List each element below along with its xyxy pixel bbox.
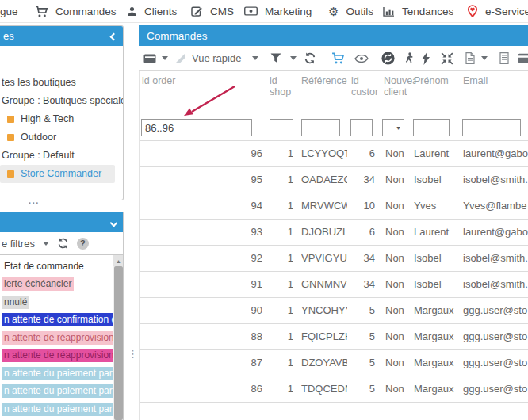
id-shop-filter-input[interactable] [270, 119, 293, 136]
sync-button[interactable] [381, 46, 395, 71]
display-mode-caret[interactable] [162, 46, 168, 71]
cell-id-shop: 1 [264, 272, 293, 297]
cart-button[interactable] [331, 46, 345, 71]
compress-button[interactable] [441, 46, 453, 71]
reference-filter-input[interactable] [301, 119, 340, 136]
pdf-export-button[interactable] [465, 46, 475, 71]
collapse-down-icon[interactable] [111, 216, 117, 228]
filter-item[interactable]: n attente du paiement par c [0, 365, 113, 383]
table-row[interactable]: 941MRVWCW10NonYvesYves@flambe [140, 193, 528, 220]
id-order-filter-input[interactable] [141, 119, 252, 136]
cell-email: isobel@smith. [463, 246, 528, 271]
filter-item[interactable]: n attente du paiement par v [0, 400, 113, 418]
nouveau-client-filter-select[interactable]: ▼ [382, 119, 404, 136]
table-row[interactable]: 911GNNMNVI34NonIsobelisobel@smith. [140, 272, 528, 298]
invoice-button[interactable] [499, 46, 509, 71]
table-row[interactable]: 921VPVIGYUL34NonIsobelisobel@smith. [140, 246, 528, 272]
chevron-down-icon[interactable] [43, 242, 49, 246]
col-header-nouveau-client[interactable]: Nouveau client [384, 75, 415, 97]
collapse-left-icon[interactable] [111, 30, 117, 42]
cell-id-shop: 1 [264, 141, 293, 166]
cell-nouveau-client: Non [385, 272, 417, 297]
cell-id-order: 86 [140, 376, 262, 402]
col-header-reference[interactable]: Référence [301, 75, 357, 86]
cell-nouveau-client: Non [385, 246, 417, 271]
tree-item-outdoor[interactable]: Outdoor [0, 128, 123, 147]
nav-item-marketing[interactable]: Marketing [244, 0, 312, 22]
cell-id-order: 94 [140, 193, 262, 219]
scroll-up-icon[interactable]: ▲ [113, 255, 124, 266]
cell-nouveau-client: Non [385, 220, 417, 245]
vertical-splitter-grip[interactable]: ⋮ [128, 352, 138, 357]
filter-item[interactable]: n attente du paiement par l [0, 383, 113, 401]
tree-item-store-commander[interactable]: Store Commander [0, 165, 115, 183]
bar-chart-icon [383, 6, 395, 17]
nav-item-outils[interactable]: ⚙ Outils [328, 0, 373, 22]
help-icon[interactable]: ? [77, 238, 89, 250]
filter-item[interactable]: Etat de commande [0, 258, 113, 276]
tree-item-all-shops[interactable]: tes les boutiques [0, 74, 123, 92]
prenom-filter-input[interactable] [413, 119, 450, 136]
pdf-export-caret[interactable] [481, 46, 488, 71]
run-button[interactable] [404, 46, 413, 71]
ruler-button[interactable] [174, 46, 186, 71]
nav-item-cms[interactable]: CMS [191, 0, 234, 22]
cell-nouveau-client: Non [385, 167, 417, 193]
refresh-icon[interactable] [57, 238, 69, 249]
actions-button[interactable] [422, 46, 430, 71]
filter-item[interactable]: n attente de confirmation d [0, 311, 113, 330]
nav-item-commandes[interactable]: Commandes [35, 0, 117, 22]
cell-id-shop: 1 [264, 298, 293, 323]
table-row[interactable]: 901YNCOHYY5NonMargauxggg.user@sto [140, 298, 528, 324]
filter-item[interactable]: n attente de réapprovisionr [0, 329, 113, 347]
cell-id-customer: 10 [349, 193, 375, 219]
filter-item[interactable]: n attente de réapprovisionr [0, 347, 113, 365]
filters-scrollbar[interactable]: ▲ [113, 255, 124, 420]
quick-view-button[interactable]: Vue rapide [192, 46, 241, 71]
credit-card-icon [518, 53, 528, 63]
cell-reference: GNNMNVI [301, 272, 347, 297]
table-row[interactable]: 951OADAEZC34NonIsobelisobel@smith. [140, 167, 528, 193]
col-header-id-shop[interactable]: id shop [270, 75, 293, 97]
col-header-prenom[interactable]: Prénom [414, 75, 457, 86]
table-row[interactable]: 961LCYYOQT6NonLaurentlaurent@gabo [140, 141, 528, 167]
cell-reference: VPVIGYUL [301, 246, 347, 271]
col-header-id-customer[interactable]: id customer [351, 75, 378, 97]
cell-reference: OADAEZC [301, 167, 347, 193]
filter-item[interactable]: lerte échéancier [0, 276, 113, 294]
cell-id-customer: 5 [349, 298, 375, 323]
nav-item-eservice[interactable]: e-Service [467, 0, 528, 22]
col-header-email[interactable]: Email [463, 75, 503, 86]
nav-item-clients[interactable]: Clients [127, 0, 177, 22]
display-mode-button[interactable] [143, 46, 156, 71]
table-row[interactable]: 931DJOBUZL6NonLaurentlaurent@gabo [140, 220, 528, 246]
quick-view-caret[interactable] [252, 46, 258, 71]
refresh-button[interactable] [304, 46, 316, 71]
nav-item-catalogue[interactable]: gue [0, 0, 18, 22]
cell-id-customer: 6 [349, 141, 375, 166]
filter-button[interactable] [270, 46, 281, 71]
col-header-id-order[interactable]: id order [142, 75, 189, 86]
cell-email: Yves@flambe [463, 193, 528, 219]
cell-id-shop: 1 [264, 220, 293, 245]
nav-item-tendances[interactable]: Tendances [383, 0, 453, 22]
boutiques-toolbar [0, 46, 123, 67]
eye-button[interactable] [354, 46, 369, 71]
tree-item-group-default[interactable]: Groupe : Default [0, 147, 123, 165]
filter-caret[interactable] [290, 46, 297, 71]
table-row[interactable]: 881FQICPLZH5NonMargauxggg.user@sto [140, 324, 528, 350]
table-row[interactable]: 861TDQCEDN5NonMargauxggg.user@sto [140, 376, 528, 403]
cell-id-customer: 6 [349, 220, 375, 245]
table-row[interactable]: 871DZOYAVB5NonMargauxggg.user@sto [140, 350, 528, 376]
scrollbar-thumb[interactable] [114, 266, 123, 420]
tree-item-group-speciales[interactable]: Groupe : Boutiques spéciales [0, 92, 123, 110]
panel-title: es [3, 30, 14, 42]
tree-item-high-tech[interactable]: High & Tech [0, 110, 123, 128]
filter-item[interactable]: nnulé [0, 293, 113, 311]
payment-card-button[interactable] [518, 46, 528, 71]
id-customer-filter-input[interactable] [350, 119, 373, 136]
email-filter-input[interactable] [462, 119, 521, 136]
horizontal-splitter-grip[interactable]: ··· [29, 198, 40, 208]
eye-icon [354, 55, 369, 63]
cell-prenom: Laurent [414, 220, 461, 245]
